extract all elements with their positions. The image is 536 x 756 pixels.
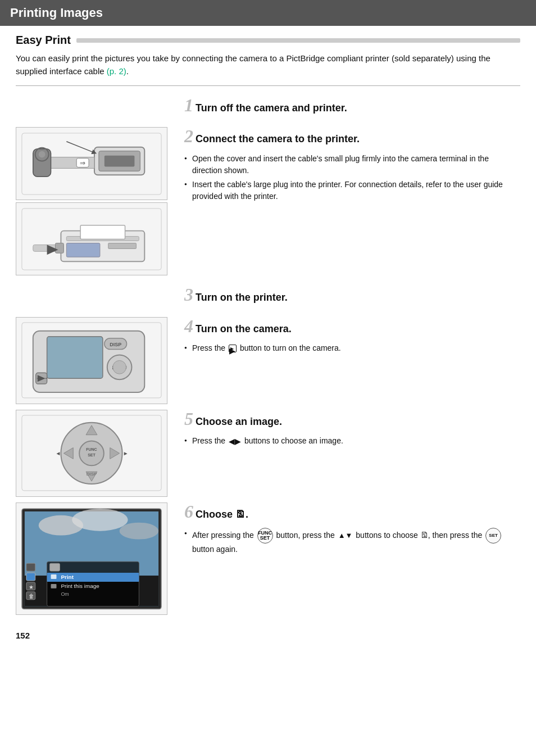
step-2-image-printer <box>16 202 167 275</box>
step-2-images: ⇒ <box>16 127 179 275</box>
step-2-header: 2 Connect the camera to the printer. <box>184 127 520 149</box>
step-4-header: 4 Turn on the camera. <box>184 317 520 339</box>
page-body: Easy Print You can easily print the pict… <box>0 34 536 651</box>
svg-rect-55 <box>51 583 57 588</box>
step-4-title: Turn on the camera. <box>196 320 292 336</box>
svg-text:DISP: DISP <box>110 342 121 347</box>
svg-point-47 <box>120 522 158 539</box>
step-6-number: 6 <box>184 503 193 520</box>
step-6-text: 6 Choose 🖻. After pressing the FUNCSET b… <box>179 503 520 558</box>
step-2-title: Connect the camera to the printer. <box>196 130 360 146</box>
svg-rect-22 <box>47 337 103 378</box>
step-5-images: FUNC SET DISP ◄ ► <box>16 410 179 497</box>
step-2-bullet-1: Open the cover and insert the cable's sm… <box>184 153 520 176</box>
step-3-text: 3 Turn on the printer. <box>179 286 520 311</box>
menu-screen-svg: Print Print this image Om <box>16 503 167 615</box>
step-1-title: Turn off the camera and printer. <box>196 99 347 115</box>
step-4-images: DISP MENU <box>16 317 179 404</box>
step-2-number: 2 <box>184 127 193 145</box>
page-header: Printing Images <box>0 0 536 26</box>
step-5-header: 5 Choose an image. <box>184 410 520 432</box>
step-2-bullets: Open the cover and insert the cable's sm… <box>184 153 520 202</box>
step-6-row: Print Print this image Om <box>16 503 520 615</box>
play-button-icon: ▶ <box>229 345 237 352</box>
step-5-bullet-1: Press the ◀▶ buttons to choose an image. <box>184 435 520 447</box>
step-3-title: Turn on the printer. <box>196 289 288 304</box>
steps-container: 1 Turn off the camera and printer. <box>16 96 520 621</box>
step-5-image-dpad: FUNC SET DISP ◄ ► <box>16 410 167 497</box>
camera-back-svg: DISP MENU <box>16 317 167 404</box>
page-wrapper: Printing Images Easy Print You can easil… <box>0 0 536 651</box>
step-3-header: 3 Turn on the printer. <box>184 286 520 307</box>
step-4-bullet-1: Press the ▶ button to turn on the camera… <box>184 342 520 354</box>
heading-bar <box>76 38 520 43</box>
step-3-row: 3 Turn on the printer. <box>16 286 520 311</box>
left-right-arrows: ◀▶ <box>229 436 241 447</box>
step-4-bullets: Press the ▶ button to turn on the camera… <box>184 342 520 354</box>
step-5-row: FUNC SET DISP ◄ ► 5 Choose an image. <box>16 410 520 497</box>
step-6-title: Choose 🖻. <box>196 506 248 521</box>
svg-rect-16 <box>108 243 137 248</box>
svg-rect-18 <box>55 243 63 253</box>
page-link[interactable]: (p. 2) <box>107 66 126 76</box>
svg-rect-53 <box>51 574 57 579</box>
usb-plug-svg: ⇒ <box>16 128 167 200</box>
step-5-number: 5 <box>184 410 193 428</box>
func-set-icon: FUNCSET <box>257 528 273 544</box>
svg-text:★: ★ <box>29 583 34 590</box>
svg-text:FUNC: FUNC <box>86 448 97 452</box>
svg-point-27 <box>113 361 126 374</box>
page-number: 152 <box>16 631 520 640</box>
section-title: Easy Print <box>16 34 71 47</box>
svg-text:►: ► <box>123 451 129 457</box>
svg-text:Om: Om <box>61 591 69 596</box>
step-1-text: 1 Turn off the camera and printer. <box>179 96 520 121</box>
step-6-image-menu: Print Print this image Om <box>16 503 167 615</box>
step-4-image-camera: DISP MENU <box>16 317 167 404</box>
step-1-number: 1 <box>184 96 193 114</box>
svg-text:DISP: DISP <box>87 472 97 477</box>
svg-rect-3 <box>105 156 135 167</box>
svg-text:SET: SET <box>88 454 96 458</box>
svg-text:⇒: ⇒ <box>80 159 85 166</box>
step-5-title: Choose an image. <box>196 413 282 428</box>
svg-rect-14 <box>80 225 125 239</box>
svg-point-46 <box>72 508 128 531</box>
step-2-bullet-2: Insert the cable's large plug into the p… <box>184 179 520 202</box>
svg-rect-58 <box>26 573 35 581</box>
svg-point-7 <box>39 151 46 158</box>
page-title: Printing Images <box>10 6 525 20</box>
svg-text:Print: Print <box>61 574 74 580</box>
section-divider <box>16 85 520 86</box>
svg-rect-50 <box>50 563 60 571</box>
step-4-row: DISP MENU <box>16 317 520 404</box>
svg-text:◄: ◄ <box>56 451 61 457</box>
step-6-header: 6 Choose 🖻. <box>184 503 520 524</box>
step-2-row: ⇒ <box>16 127 520 275</box>
step-1-row: 1 Turn off the camera and printer. <box>16 96 520 121</box>
step-3-number: 3 <box>184 286 193 304</box>
step-5-text: 5 Choose an image. Press the ◀▶ buttons … <box>179 410 520 450</box>
step-4-text: 4 Turn on the camera. Press the ▶ button… <box>179 317 520 356</box>
step-5-bullets: Press the ◀▶ buttons to choose an image. <box>184 435 520 447</box>
svg-rect-57 <box>26 563 35 571</box>
intro-text: You can easily print the pictures you ta… <box>16 52 520 78</box>
section-heading: Easy Print <box>16 34 520 47</box>
printer-svg <box>16 203 167 275</box>
step-1-header: 1 Turn off the camera and printer. <box>184 96 520 118</box>
step-6-bullets: After pressing the FUNCSET button, press… <box>184 528 520 555</box>
dpad-svg: FUNC SET DISP ◄ ► <box>16 410 167 496</box>
step-4-number: 4 <box>184 317 193 335</box>
svg-text:🗑: 🗑 <box>29 592 34 599</box>
set-icon: SET <box>485 528 501 544</box>
step-6-images: Print Print this image Om <box>16 503 179 615</box>
up-down-arrows: ▲▼ <box>338 530 353 541</box>
svg-text:Print this image: Print this image <box>61 582 99 588</box>
step-6-bullet-1: After pressing the FUNCSET button, press… <box>184 528 520 555</box>
step-2-text: 2 Connect the camera to the printer. Ope… <box>179 127 520 204</box>
svg-rect-15 <box>66 243 100 257</box>
step-2-image-usb: ⇒ <box>16 127 167 200</box>
